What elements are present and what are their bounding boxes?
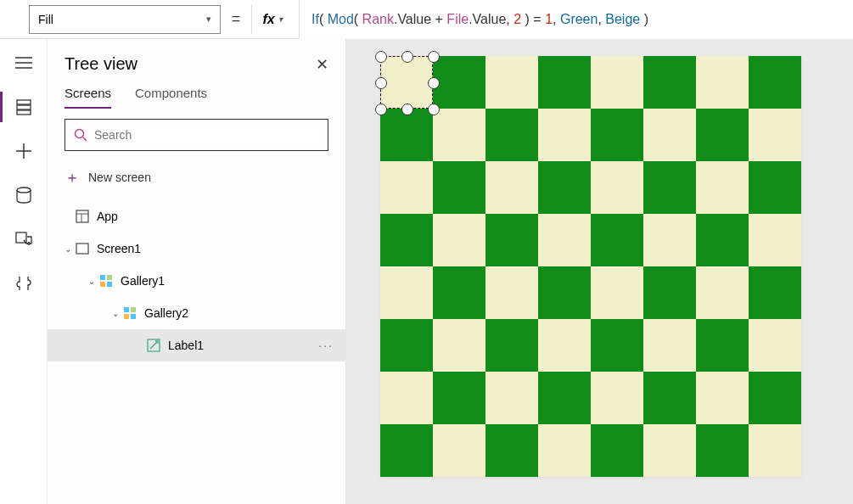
new-screen-button[interactable]: ＋ New screen — [65, 163, 328, 192]
media-icon[interactable] — [12, 227, 36, 251]
board-square[interactable] — [380, 266, 433, 319]
chevron-icon: ⌄ — [88, 277, 98, 286]
board-square[interactable] — [380, 109, 433, 161]
board-square[interactable] — [433, 266, 485, 319]
hamburger-icon[interactable] — [12, 51, 36, 75]
board-square[interactable] — [749, 56, 801, 109]
board-square[interactable] — [485, 319, 538, 372]
board-square[interactable] — [485, 109, 538, 161]
board-square[interactable] — [696, 214, 749, 266]
board-square[interactable] — [380, 214, 433, 266]
board-square[interactable] — [591, 56, 643, 109]
tree-item-label1[interactable]: Label1··· — [48, 329, 345, 361]
board-square[interactable] — [696, 109, 749, 161]
board-square[interactable] — [591, 372, 643, 424]
more-icon[interactable]: ··· — [318, 339, 334, 352]
board-square[interactable] — [538, 424, 591, 477]
board-square[interactable] — [749, 372, 801, 424]
search-box[interactable] — [65, 119, 328, 151]
board-square[interactable] — [643, 372, 696, 424]
tab-components[interactable]: Components — [135, 86, 207, 109]
board-square[interactable] — [538, 109, 591, 161]
board-square[interactable] — [749, 109, 801, 161]
data-icon[interactable] — [12, 183, 36, 207]
board-square[interactable] — [433, 424, 485, 477]
search-icon — [74, 128, 87, 142]
board-square[interactable] — [749, 214, 801, 266]
board-square[interactable] — [433, 214, 485, 266]
board-square[interactable] — [433, 161, 485, 214]
board-square[interactable] — [538, 319, 591, 372]
board-square[interactable] — [380, 319, 433, 372]
tools-icon[interactable] — [12, 272, 36, 295]
formula-input[interactable]: If( Mod( Rank.Value + File.Value, 2 ) = … — [299, 0, 853, 39]
board-square[interactable] — [485, 372, 538, 424]
board-square[interactable] — [538, 161, 591, 214]
board-square[interactable] — [591, 109, 643, 161]
board-square[interactable] — [538, 56, 591, 109]
board-square[interactable] — [749, 161, 801, 214]
board-square[interactable] — [749, 319, 801, 372]
board-square[interactable] — [433, 319, 485, 372]
board-square[interactable] — [591, 266, 643, 319]
board-square[interactable] — [380, 424, 433, 477]
board-square[interactable] — [538, 214, 591, 266]
board-square[interactable] — [591, 319, 643, 372]
search-input[interactable] — [94, 128, 319, 142]
equals-label: = — [221, 10, 251, 28]
board-square[interactable] — [749, 266, 801, 319]
gallery-icon — [98, 273, 114, 288]
fx-label: fx — [262, 12, 274, 27]
board-square[interactable] — [643, 214, 696, 266]
tree-list: App⌄Screen1⌄Gallery1⌄Gallery2Label1··· — [48, 200, 345, 361]
insert-icon[interactable] — [12, 139, 36, 163]
board-square[interactable] — [591, 161, 643, 214]
board-square[interactable] — [591, 424, 643, 477]
board-square[interactable] — [696, 372, 749, 424]
board-square[interactable] — [485, 161, 538, 214]
fx-button[interactable]: fx ▾ — [251, 5, 299, 34]
board-square[interactable] — [643, 109, 696, 161]
board-square[interactable] — [485, 56, 538, 109]
board-square[interactable] — [538, 372, 591, 424]
formula-bar: Fill ▾ = fx ▾ If( Mod( Rank.Value + File… — [0, 0, 853, 39]
board-square[interactable] — [696, 161, 749, 214]
tree-item-label: Label1 — [168, 339, 204, 352]
chevron-down-icon: ▾ — [278, 14, 289, 24]
board-square[interactable] — [433, 372, 485, 424]
board-square[interactable] — [380, 56, 433, 109]
board-square[interactable] — [485, 214, 538, 266]
board-square[interactable] — [591, 214, 643, 266]
close-icon[interactable]: ✕ — [316, 55, 328, 74]
board-square[interactable] — [696, 56, 749, 109]
panel-tabs: ScreensComponents — [48, 81, 345, 109]
svg-rect-22 — [131, 307, 136, 312]
board-square[interactable] — [538, 266, 591, 319]
board-square[interactable] — [433, 56, 485, 109]
board-square[interactable] — [696, 266, 749, 319]
board-square[interactable] — [643, 424, 696, 477]
board-square[interactable] — [380, 161, 433, 214]
property-selector[interactable]: Fill ▾ — [29, 5, 221, 34]
tree-item-app[interactable]: App — [48, 200, 345, 232]
board-square[interactable] — [380, 372, 433, 424]
app-icon — [75, 209, 90, 224]
svg-rect-18 — [107, 275, 112, 280]
tree-item-screen1[interactable]: ⌄Screen1 — [48, 232, 345, 265]
tree-view-icon[interactable] — [12, 95, 36, 119]
tab-screens[interactable]: Screens — [65, 86, 111, 109]
board-square[interactable] — [696, 424, 749, 477]
canvas[interactable] — [346, 39, 853, 504]
board-square[interactable] — [433, 109, 485, 161]
board-square[interactable] — [749, 424, 801, 477]
board-square[interactable] — [485, 266, 538, 319]
svg-line-26 — [150, 342, 157, 349]
board-square[interactable] — [643, 319, 696, 372]
tree-item-gallery2[interactable]: ⌄Gallery2 — [48, 297, 345, 329]
board-square[interactable] — [643, 56, 696, 109]
board-square[interactable] — [643, 161, 696, 214]
board-square[interactable] — [485, 424, 538, 477]
board-square[interactable] — [643, 266, 696, 319]
tree-item-gallery1[interactable]: ⌄Gallery1 — [48, 265, 345, 297]
board-square[interactable] — [696, 319, 749, 372]
